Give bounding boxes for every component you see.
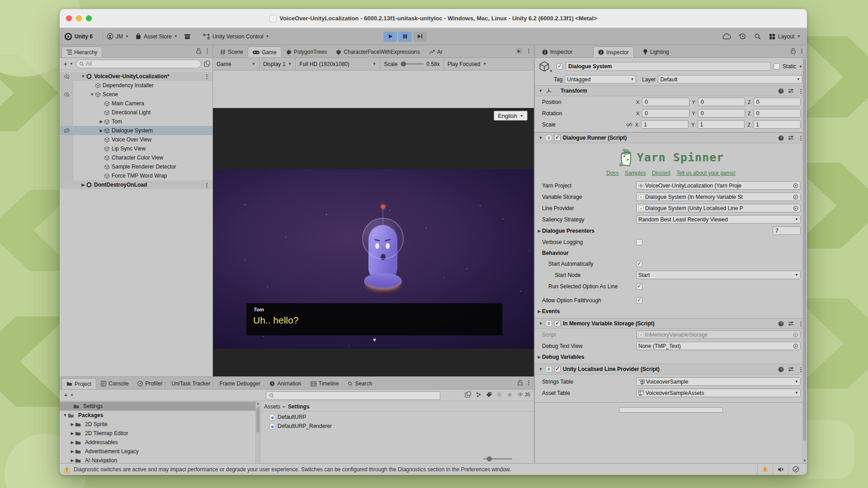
undo-history-icon[interactable] — [739, 33, 746, 40]
layer-dropdown[interactable]: Default▼ — [658, 75, 802, 84]
account-menu[interactable]: JM ▼ — [107, 33, 129, 40]
expander-right-icon[interactable]: ▶ — [537, 309, 542, 314]
folder-row[interactable]: ▶ 2D Tilemap Editor — [60, 429, 260, 438]
tree-row[interactable]: Voice Over View — [60, 135, 212, 144]
verbose-logging-checkbox[interactable] — [636, 239, 642, 245]
tree-scrollbar[interactable]: ▲ — [255, 402, 260, 463]
expander-down-icon[interactable]: ▼ — [62, 413, 68, 418]
scroll-down-icon[interactable]: ▼ — [803, 459, 807, 463]
step-button[interactable] — [413, 32, 427, 42]
object-picker-icon[interactable] — [793, 206, 798, 211]
mute-notifications-icon[interactable] — [773, 464, 788, 475]
expander-down-icon[interactable]: ▼ — [538, 89, 543, 93]
expander-right-icon[interactable]: ▶ — [70, 449, 75, 454]
unity-hub-button[interactable]: Unity 6 — [64, 33, 93, 41]
presets-icon[interactable] — [788, 88, 794, 94]
panel-menu-icon[interactable]: ⋮ — [204, 47, 210, 54]
visibility-eye-icon[interactable] — [62, 92, 71, 97]
panel-menu-icon[interactable]: ⋮ — [799, 47, 805, 54]
panel-menu-icon[interactable]: ⋮ — [526, 379, 532, 386]
tab-search[interactable]: Search — [343, 378, 377, 389]
dialogue-continue-icon[interactable]: ▼ — [372, 337, 377, 343]
memory-storage-header[interactable]: ▼ # In Memory Variable Storage (Script) … — [535, 318, 807, 329]
object-picker-icon[interactable] — [793, 183, 798, 188]
inspector-scrollbar[interactable]: ▼ — [802, 58, 807, 463]
run-selected-option-checkbox[interactable] — [636, 283, 642, 290]
tree-row[interactable]: Sample Renderer Detector — [60, 162, 212, 171]
tab-inspector-2[interactable]: Inspector — [593, 47, 633, 57]
folder-row[interactable]: ▶ Addressables — [60, 438, 260, 447]
tab-game[interactable]: Game — [248, 47, 282, 57]
position-z-field[interactable]: 0 — [754, 98, 801, 106]
scene-header-row[interactable]: ▶ DontDestroyOnLoad ⋮ — [60, 180, 212, 189]
expander-right-icon[interactable]: ▶ — [537, 355, 542, 359]
tab-unitask-tracker[interactable]: UniTask Tracker — [167, 378, 215, 389]
component-enabled-checkbox[interactable] — [554, 320, 561, 327]
thumbnail-size-slider[interactable] — [483, 458, 512, 460]
row-menu-icon[interactable]: ⋮ — [204, 73, 210, 80]
gameobject-icon[interactable]: ▼ — [538, 61, 550, 72]
help-icon[interactable]: ? — [778, 366, 784, 372]
search-icon[interactable] — [754, 33, 761, 40]
resolution-dropdown[interactable]: Full HD (868x488)▼ — [299, 61, 376, 67]
expander-right-icon[interactable]: ▶ — [70, 422, 75, 427]
asset-store-menu[interactable]: Asset Store ▼ — [135, 33, 178, 40]
variable-storage-field[interactable]: # Dialogue System (In Memory Variable St — [636, 192, 801, 201]
row-menu-icon[interactable]: ⋮ — [204, 182, 210, 188]
cloud-icon[interactable] — [722, 33, 731, 39]
create-asset-button[interactable]: ＋▼ — [62, 391, 74, 399]
dialogue-runner-header[interactable]: ▼ # Dialogue Runner (Script) ? ⋮ — [535, 132, 807, 143]
folder-row[interactable]: ▶ 2D Sprite — [60, 420, 260, 429]
lock-icon[interactable] — [196, 48, 201, 54]
pause-button[interactable] — [398, 32, 412, 42]
breadcrumb-root[interactable]: Assets — [264, 404, 280, 410]
asset-table-dropdown[interactable]: VoiceoverSampleAssets ▼ — [636, 389, 801, 397]
scale-y-field[interactable]: 1 — [698, 120, 745, 129]
popout-icon[interactable] — [204, 61, 210, 67]
presets-icon[interactable] — [788, 135, 794, 141]
tree-row[interactable]: Main Camera — [60, 99, 212, 108]
visibility-eye-icon[interactable] — [62, 74, 71, 79]
yarn-project-field[interactable]: VoiceOver-UnityLocalization (Yarn Proje — [636, 181, 801, 190]
static-checkbox[interactable] — [774, 63, 780, 70]
tab-lighting[interactable]: Lighting — [638, 47, 674, 57]
hierarchy-search-input[interactable]: All — [76, 60, 201, 68]
folder-row[interactable]: ▶ Advertisement Legacy — [60, 447, 260, 456]
link-docs[interactable]: Docs — [606, 170, 618, 176]
breadcrumb-current[interactable]: Settings — [288, 404, 309, 410]
position-x-field[interactable]: 0 — [642, 98, 689, 106]
expander-right-icon[interactable]: ▶ — [537, 229, 542, 233]
play-button[interactable] — [383, 32, 397, 42]
link-tell-us[interactable]: Tell us about your game! — [676, 170, 736, 176]
scale-z-field[interactable]: 1 — [753, 120, 801, 129]
link-samples[interactable]: Samples — [625, 170, 646, 176]
tab-hierarchy[interactable]: Hierarchy — [61, 47, 102, 57]
saliency-strategy-dropdown[interactable]: Random Best Least Recently Viewed ▼ — [636, 215, 801, 224]
start-automatically-checkbox[interactable] — [636, 261, 642, 267]
tree-row[interactable]: Dependency Installer — [60, 81, 212, 90]
search-by-label-icon[interactable] — [486, 392, 492, 398]
tab-timeline[interactable]: Timeline — [306, 378, 344, 389]
expander-right-icon[interactable]: ▶ — [70, 440, 75, 445]
tab-inspector-1[interactable]: Inspector — [538, 47, 577, 57]
expander-right-icon[interactable]: ▶ — [99, 119, 104, 124]
expander-right-icon[interactable]: ▶ — [70, 431, 75, 436]
tree-row[interactable]: Force TMP Word Wrap — [60, 171, 212, 180]
tag-dropdown[interactable]: Untagged▼ — [565, 75, 636, 84]
tab-console[interactable]: Console — [96, 378, 133, 389]
link-discord[interactable]: Discord — [652, 170, 670, 176]
layout-menu[interactable]: Layout ▼ — [769, 33, 801, 40]
gameobject-name-field[interactable]: Dialogue System — [566, 62, 771, 71]
help-icon[interactable]: ? — [778, 321, 784, 327]
tree-row[interactable]: Character Color View — [60, 153, 212, 162]
object-picker-icon[interactable] — [793, 332, 798, 338]
create-object-button[interactable]: ＋▼ — [62, 60, 73, 68]
presets-icon[interactable] — [788, 321, 794, 326]
position-y-field[interactable]: 0 — [698, 98, 745, 106]
folder-row[interactable]: ▼ Packages — [60, 411, 260, 420]
version-control-menu[interactable]: Unity Version Control ▼ — [203, 33, 269, 40]
scale-x-field[interactable]: 1 — [641, 120, 689, 129]
background-tasks-icon[interactable] — [788, 464, 803, 475]
display-dropdown[interactable]: Display 1▼ — [263, 61, 292, 67]
tree-row[interactable]: ▼ Scene — [60, 90, 212, 99]
